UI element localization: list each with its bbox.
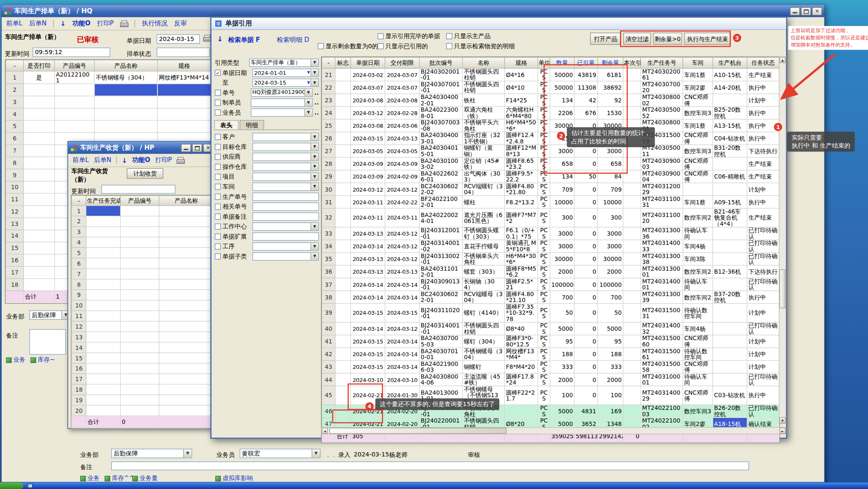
- prod-no-checkbox[interactable]: [215, 193, 221, 199]
- cell[interactable]: C04-钻攻机: [713, 132, 747, 145]
- cell[interactable]: 36: [322, 265, 335, 278]
- cell[interactable]: BA240226026-01: [419, 170, 463, 183]
- cell[interactable]: 0: [574, 265, 598, 278]
- cell[interactable]: 40: [322, 322, 335, 335]
- main-titlebar[interactable]: 车间生产排单（新） / HQ ×: [2, 5, 824, 17]
- cell[interactable]: 0: [574, 386, 598, 404]
- target-warehouse-input[interactable]: ▼: [252, 143, 319, 151]
- functions-link[interactable]: 功能O: [132, 156, 150, 165]
- table-row[interactable]: 442024-03-102024-03-10BA240308004-06主溢流嘴…: [322, 373, 779, 386]
- cell[interactable]: 8: [72, 279, 86, 290]
- dots-label[interactable]: ．．: [325, 451, 337, 459]
- maker-checkbox[interactable]: [215, 99, 221, 105]
- cell[interactable]: 2024-03-06: [385, 119, 419, 132]
- cell[interactable]: 30000: [550, 253, 575, 265]
- cell[interactable]: 待确认车间: [683, 227, 713, 240]
- cell[interactable]: [713, 335, 747, 348]
- cell[interactable]: 网纹槽F13*M4*14: [157, 71, 211, 84]
- cell[interactable]: [86, 374, 120, 385]
- table-row[interactable]: 13: [72, 332, 213, 342]
- cell[interactable]: 是: [24, 71, 55, 84]
- cell[interactable]: 下达待执行: [747, 265, 779, 278]
- cell[interactable]: 铜螺钉（黄铜）: [463, 145, 504, 157]
- cell[interactable]: C06-精雕机: [713, 170, 747, 183]
- only-search-material-checkbox[interactable]: 只显示检索物资的明细: [446, 42, 515, 49]
- cell[interactable]: MT2402210003: [641, 405, 683, 418]
- cell[interactable]: 计划中: [747, 183, 779, 195]
- cell[interactable]: [159, 247, 213, 258]
- cell[interactable]: 100: [598, 386, 623, 404]
- cell[interactable]: 六角螺柱H6*M4*80: [504, 107, 537, 119]
- cell[interactable]: BA240307010-01: [419, 348, 463, 360]
- cell[interactable]: 13: [72, 332, 86, 342]
- table-row[interactable]: 2: [6, 84, 211, 96]
- cell[interactable]: 定位销（45#铁）: [463, 157, 504, 170]
- cell[interactable]: 2024-03-14: [385, 348, 419, 360]
- dept-select[interactable]: 后勤保障▼: [29, 310, 70, 320]
- cell[interactable]: BA240304002-01: [419, 94, 463, 107]
- cell[interactable]: [335, 360, 351, 373]
- cell[interactable]: 计划中: [747, 348, 779, 360]
- cell[interactable]: 2024-03-09: [351, 157, 385, 170]
- cell[interactable]: 16: [72, 363, 86, 374]
- horizontal-scrollbar[interactable]: ◄ ►: [321, 427, 786, 434]
- cell[interactable]: [86, 405, 120, 416]
- cell[interactable]: [120, 216, 159, 227]
- cell[interactable]: [713, 157, 747, 170]
- table-row[interactable]: 332024-03-132024-03-12BJ240312001-01不锈钢圆…: [322, 227, 779, 240]
- cell[interactable]: [335, 278, 351, 291]
- dropdown-arrow-icon[interactable]: ▼: [311, 243, 318, 250]
- cell[interactable]: 2024-03-11: [385, 208, 419, 227]
- doc-subtype-input[interactable]: ▼: [252, 252, 319, 261]
- bottom-link-2[interactable]: 库存^^: [105, 474, 134, 483]
- dialog-document-reference[interactable]: 单据引用 ↓ 检索单据 F 检索明细 D 引用类型 车间生产排单（新） ▼ ✓单…: [210, 16, 787, 439]
- dropdown-arrow-icon[interactable]: ▼: [311, 59, 318, 66]
- cell[interactable]: [713, 303, 747, 322]
- dropdown-arrow-icon[interactable]: ▼: [311, 163, 318, 170]
- cell[interactable]: [159, 216, 213, 227]
- cell[interactable]: [159, 321, 213, 332]
- cell[interactable]: [120, 374, 159, 385]
- cell[interactable]: BA240308004-06: [419, 373, 463, 386]
- cell[interactable]: [86, 216, 120, 227]
- table-row[interactable]: 3: [72, 227, 213, 237]
- cell[interactable]: [159, 237, 213, 247]
- cell[interactable]: 2000: [598, 265, 623, 278]
- update-time-field[interactable]: [101, 185, 175, 194]
- cell[interactable]: [86, 206, 120, 216]
- cell[interactable]: 17: [72, 374, 86, 385]
- cell[interactable]: [335, 69, 351, 81]
- cell[interactable]: MT2403020061: [641, 69, 683, 81]
- cell[interactable]: 18: [72, 384, 86, 395]
- cell[interactable]: Ø4*10: [504, 81, 537, 94]
- table-row[interactable]: 17: [72, 374, 213, 385]
- doc-ext-input[interactable]: [252, 232, 319, 241]
- cell[interactable]: BJ240311020-01: [419, 303, 463, 322]
- cell[interactable]: 圆棒F8.65*23.2: [504, 157, 537, 170]
- bottom-link-4[interactable]: 虚拟库影响: [215, 474, 253, 483]
- cell[interactable]: 车间1蔡: [683, 69, 713, 81]
- cell[interactable]: 主溢流嘴（45#铁）: [463, 373, 504, 386]
- cell[interactable]: 100000: [598, 278, 623, 291]
- work-center-checkbox[interactable]: [215, 223, 221, 229]
- cell[interactable]: [120, 279, 159, 290]
- cell[interactable]: 直花手拧螺母: [463, 240, 504, 253]
- doc-subtype-checkbox[interactable]: [215, 253, 221, 259]
- cell[interactable]: 2024-03-14: [351, 278, 385, 291]
- cell[interactable]: BA240219006-03: [419, 360, 463, 373]
- doc-note-checkbox[interactable]: [215, 213, 221, 219]
- cell[interactable]: 41: [322, 335, 335, 348]
- search-doc-link[interactable]: 检索单据 F: [228, 36, 260, 44]
- dropdown-arrow-icon[interactable]: ▼: [311, 69, 318, 76]
- dropdown-arrow-icon[interactable]: ▼: [311, 173, 318, 180]
- cell[interactable]: [159, 300, 213, 311]
- supplier-input[interactable]: ▼: [252, 152, 319, 161]
- cell[interactable]: PCS: [538, 360, 550, 373]
- cell[interactable]: 30: [322, 183, 335, 195]
- prev-doc-link[interactable]: 前单L: [6, 19, 22, 28]
- cell[interactable]: 2024-03-14: [351, 291, 385, 303]
- cell[interactable]: 指示灯座（321不锈钢）: [463, 132, 504, 145]
- taskbar-item[interactable]: [28, 484, 33, 488]
- cell[interactable]: BA240223008-01: [419, 107, 463, 119]
- note-area[interactable]: [29, 329, 66, 354]
